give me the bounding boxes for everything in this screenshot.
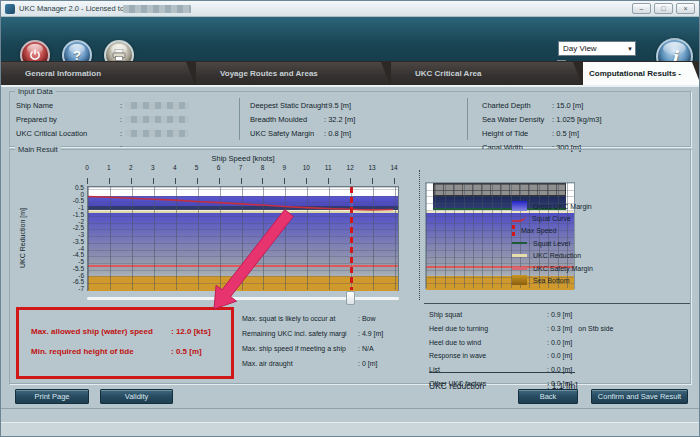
legend-item-max-speed: Max Speed [512,225,556,237]
input-row-prepared-by: Prepared by: [16,111,189,125]
detail-value: : N/A [358,345,374,352]
minimize-button[interactable]: – [632,3,651,14]
tab-general-information[interactable]: General Information [1,62,195,85]
input-data-group: Input Data Ship Name:Prepared by:UKC Cri… [9,91,691,147]
app-header: ? Day View ▼ ✓ Skip General Information … [1,17,699,61]
main-result-group-title: Main Result [15,145,61,154]
legend-item-ukc-reduction: UKC Reduction [512,250,581,262]
print-page-button[interactable]: Print Page [15,389,89,404]
redacted-value [125,130,189,137]
back-button[interactable]: Back [518,389,578,404]
x-tick-mark [153,178,154,184]
input-value: : [120,129,122,138]
column-divider [239,98,240,140]
validity-button[interactable]: Validity [100,389,173,404]
results-separator [424,303,690,304]
highlight-row-max-allowed-ship-water-speed: Max. allowed ship (water) speed: 12.0 [k… [31,320,211,338]
tab-bar: General InformationVoyage Routes and Are… [1,61,699,85]
input-value: : 0.8 [m] [324,129,351,138]
x-tick-label: 0 [77,164,97,171]
legend-swatch-sea-bottom [512,275,527,285]
input-row-sea-water-density: Sea Water Density: 1.025 [kg/m3] [482,111,602,125]
input-row-ukc-critical-location: UKC Critical Location: [16,125,189,139]
x-tick-mark [262,178,263,184]
y-axis-title: UKC Reduction [m] [19,193,29,283]
detail-label: Max. air draught [242,358,358,370]
input-row-deepest-static-draught: Deepest Static Draught: 9.5 [m] [250,97,355,111]
tab-ukc-critical-area[interactable]: UKC Critical Area [391,62,582,85]
x-tick-mark [197,178,198,184]
x-tick-mark [284,178,285,184]
x-axis-title: Ship Speed [knots] [153,154,333,163]
factor-row-response-in-wave: Response in wave: 0.0 [m] [429,348,613,362]
input-data-group-title: Input Data [15,87,56,96]
legend-swatch-gross-ukc-margin [512,201,527,211]
result-highlight-box: Max. allowed ship (water) speed: 12.0 [k… [16,307,234,379]
view-select-value: Day View [563,44,597,53]
input-col-depth: Charted Depth: 15.0 [m]Sea Water Density… [482,97,602,153]
x-tick-label: 1 [99,164,119,171]
x-tick-label: 6 [209,164,229,171]
input-label: Prepared by [16,114,120,125]
factor-value: : 0.9 [m] [547,311,572,318]
detail-row-remaining-ukc-incl-safety-margi: Remaining UKC incl. safety margi: 4.9 [m… [242,325,383,340]
detail-value: : 4.9 [m] [358,330,383,337]
legend-swatch-squat-curve [512,215,526,222]
x-tick-label: 5 [187,164,207,171]
window-title: UKC Manager 2.0 - Licensed to [19,4,124,13]
highlight-row-min-required-height-of-tide: Min. required height of tide: 0.5 [m] [31,340,202,358]
x-tick-mark [394,178,395,184]
detail-label: Remaining UKC incl. safety margi [242,328,358,340]
legend-swatch-max-speed [512,225,515,236]
highlight-label: Max. allowed ship (water) speed [31,327,171,336]
input-label: Ship Name [16,100,120,111]
x-tick-mark [131,178,132,184]
input-row-ship-name: Ship Name: [16,97,189,111]
input-label: UKC Critical Location [16,128,120,139]
input-value: : 9.5 [m] [324,101,351,110]
tab-computational-results-canal[interactable]: Computational Results - Canal [583,62,700,85]
status-bar [1,408,699,437]
window-titlebar: UKC Manager 2.0 - Licensed to – □ × [1,1,699,17]
highlight-label: Min. required height of tide [31,347,171,356]
factor-row-heel-due-to-wind: Heel due to wind: 0.0 [m] [429,335,613,349]
factor-row-ship-squat: Ship squat: 0.9 [m] [429,307,613,321]
x-tick-mark [350,178,351,184]
input-label: UKC Safety Margin [250,128,324,139]
printer-icon [112,49,126,61]
x-tick-label: 12 [340,164,360,171]
factor-value: : 0.0 [m] [547,352,572,359]
detail-row-max-squat-is-likely-to-occur-at: Max. squat is likely to occur at: Bow [242,310,383,325]
legend-label: UKC Safety Margin [533,265,593,272]
confirm-save-button[interactable]: Confirm and Save Result [591,389,688,404]
legend-item-ukc-safety-margin: UKC Safety Margin [512,262,593,274]
view-select[interactable]: Day View ▼ [558,41,636,56]
x-tick-mark [241,178,242,184]
highlight-value: : 0.5 [m] [171,347,202,356]
redacted-license-name [123,5,191,13]
power-icon [29,49,41,61]
redacted-value [125,102,189,109]
detail-row-max-air-draught: Max. air draught: 0 [m] [242,355,383,370]
x-tick-label: 14 [384,164,404,171]
detail-label: Max. squat is likely to occur at [242,313,358,325]
detail-label: Max. ship speed if meeting a ship [242,343,358,355]
input-label: Height of Tide [482,128,552,139]
tab-voyage-routes-and-areas[interactable]: Voyage Routes and Areas [196,62,390,85]
x-tick-mark [175,178,176,184]
input-row-breadth-moulded: Breadth Moulded: 32.2 [m] [250,111,355,125]
factor-value: : 0.3 [m] [547,325,572,332]
x-tick-mark [328,178,329,184]
x-tick-label: 9 [274,164,294,171]
input-row-ukc-safety-margin: UKC Safety Margin: 0.8 [m] [250,125,355,139]
input-value: : 1.025 [kg/m3] [552,115,602,124]
ukc-speed-chart [87,186,399,291]
legend-label: Gross UKC Margin [533,203,592,210]
maximize-button[interactable]: □ [654,3,673,14]
factor-label: Ship squat [429,310,547,321]
legend-label: UKC Reduction [533,252,581,259]
factor-label: Heel due to turning [429,324,547,335]
close-button[interactable]: × [676,3,695,14]
speed-slider-handle[interactable] [346,291,355,305]
x-tick-label: 13 [362,164,382,171]
